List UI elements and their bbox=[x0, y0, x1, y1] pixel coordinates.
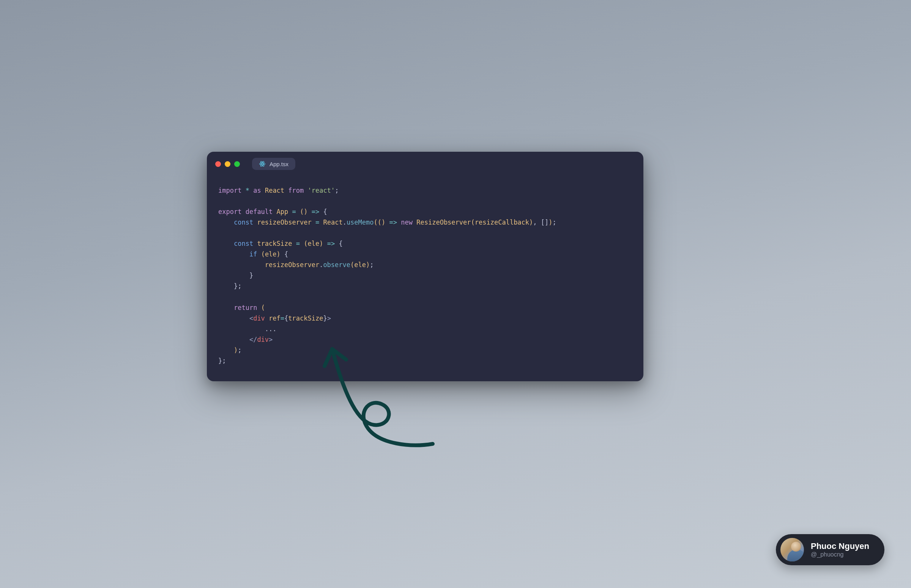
tok: ; bbox=[335, 187, 338, 194]
tok: ( bbox=[261, 304, 265, 312]
tok: ; bbox=[553, 218, 557, 226]
tok: resizeCallback bbox=[475, 218, 529, 226]
tok: export bbox=[218, 208, 241, 215]
tok: = bbox=[296, 240, 300, 247]
tok: ( bbox=[261, 250, 265, 258]
tok: = bbox=[292, 208, 296, 215]
tok: ele bbox=[354, 261, 366, 268]
tok: ; bbox=[370, 261, 374, 268]
tok: ref bbox=[269, 315, 280, 322]
tok: ) bbox=[549, 218, 552, 226]
maximize-icon[interactable] bbox=[234, 161, 240, 167]
tok: resizeObserver bbox=[257, 218, 311, 226]
tok: ) bbox=[277, 250, 280, 258]
tok: ) bbox=[234, 346, 238, 354]
tok: ; bbox=[238, 346, 241, 354]
tok: ( bbox=[471, 218, 475, 226]
tok: { bbox=[324, 208, 327, 215]
tok: ; bbox=[238, 282, 241, 290]
tok: ] bbox=[545, 218, 549, 226]
tok: ) bbox=[304, 208, 307, 215]
tok: } bbox=[249, 271, 253, 279]
tok: div bbox=[257, 336, 269, 343]
tok: ( bbox=[304, 240, 307, 247]
author-handle: @_phuocng bbox=[811, 551, 869, 558]
tok: if bbox=[249, 250, 257, 258]
tok: trackSize bbox=[257, 240, 292, 247]
tok: new bbox=[401, 218, 413, 226]
tok: [ bbox=[541, 218, 545, 226]
tok: trackSize bbox=[288, 315, 323, 322]
tok: } bbox=[218, 357, 222, 365]
tok: ) bbox=[319, 240, 323, 247]
tok: ) bbox=[529, 218, 533, 226]
tok: => bbox=[327, 240, 335, 247]
tok: = bbox=[280, 315, 284, 322]
tok: div bbox=[253, 315, 265, 322]
tok: useMemo bbox=[346, 218, 374, 226]
tok: ) bbox=[366, 261, 370, 268]
tok: from bbox=[288, 187, 304, 194]
tok: import bbox=[218, 187, 241, 194]
tok: ; bbox=[222, 357, 226, 365]
tok: ( bbox=[350, 261, 354, 268]
tok: . bbox=[343, 218, 346, 226]
tok: , bbox=[533, 218, 537, 226]
tok: </ bbox=[249, 336, 257, 343]
tok: as bbox=[253, 187, 261, 194]
tok: ResizeObserver bbox=[416, 218, 471, 226]
titlebar: App.tsx bbox=[207, 152, 643, 174]
tok: resizeObserver bbox=[265, 261, 319, 268]
window-controls bbox=[215, 161, 240, 167]
tok: ( bbox=[300, 208, 304, 215]
tok: ele bbox=[265, 250, 277, 258]
tok: < bbox=[249, 315, 253, 322]
tok: 'react' bbox=[308, 187, 335, 194]
tok: ( bbox=[374, 218, 378, 226]
tok bbox=[265, 315, 269, 322]
tok: { bbox=[284, 250, 288, 258]
tok: return bbox=[234, 304, 257, 312]
code-block: import * as React from 'react'; export d… bbox=[207, 174, 643, 381]
tok: > bbox=[327, 315, 331, 322]
tok: { bbox=[338, 240, 342, 247]
tok: ... bbox=[265, 325, 277, 333]
author-badge[interactable]: Phuoc Nguyen @_phuocng bbox=[776, 534, 884, 565]
tok: => bbox=[312, 208, 319, 215]
tok: . bbox=[319, 261, 323, 268]
tok: { bbox=[284, 315, 288, 322]
minimize-icon[interactable] bbox=[225, 161, 230, 167]
tok: } bbox=[323, 315, 327, 322]
tok: ele bbox=[308, 240, 320, 247]
author-name: Phuoc Nguyen bbox=[811, 541, 869, 551]
react-icon bbox=[259, 160, 266, 167]
author-text: Phuoc Nguyen @_phuocng bbox=[811, 541, 869, 558]
close-icon[interactable] bbox=[215, 161, 221, 167]
tok: > bbox=[269, 336, 273, 343]
file-tab-label: App.tsx bbox=[270, 161, 288, 167]
tok: React bbox=[323, 218, 342, 226]
tok: ) bbox=[382, 218, 385, 226]
tok: * bbox=[246, 187, 249, 194]
file-tab[interactable]: App.tsx bbox=[252, 158, 295, 170]
avatar bbox=[780, 538, 804, 561]
tok: => bbox=[390, 218, 397, 226]
tok: default bbox=[246, 208, 273, 215]
svg-point-3 bbox=[262, 163, 263, 165]
tok: ( bbox=[378, 218, 382, 226]
tok: const bbox=[234, 218, 253, 226]
tok: const bbox=[234, 240, 253, 247]
code-window: App.tsx import * as React from 'react'; … bbox=[207, 152, 643, 381]
tok: App bbox=[277, 208, 288, 215]
tok: = bbox=[316, 218, 319, 226]
tok: } bbox=[234, 282, 238, 290]
tok: observe bbox=[323, 261, 350, 268]
tok: React bbox=[265, 187, 284, 194]
